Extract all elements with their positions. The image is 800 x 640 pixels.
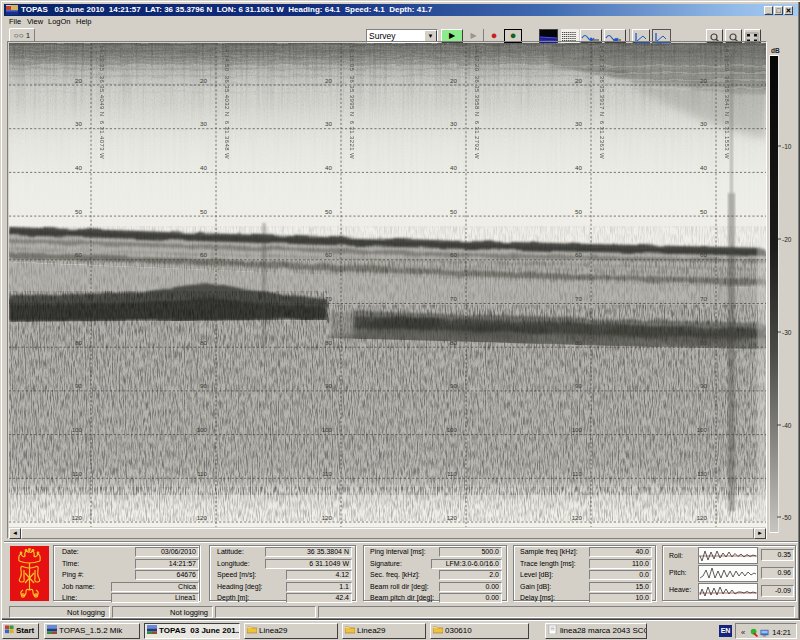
svg-text:60: 60 <box>200 251 207 258</box>
svg-text:110: 110 <box>322 470 332 477</box>
svg-text:20: 20 <box>75 77 82 84</box>
svg-text:14:13:35 36 35.4049 N 6 31.4: 14:13:35 36 35.4049 N 6 31.4073 W <box>99 45 105 159</box>
svg-text:90: 90 <box>575 382 582 389</box>
svg-text:20: 20 <box>700 77 707 84</box>
svg-text:40: 40 <box>575 164 582 171</box>
svg-text:90: 90 <box>200 382 207 389</box>
svg-text:120: 120 <box>72 514 83 521</box>
svg-text:110: 110 <box>572 470 582 477</box>
svg-text:50: 50 <box>75 208 82 215</box>
svg-text:100: 100 <box>72 426 83 433</box>
svg-text:110: 110 <box>72 470 82 477</box>
svg-text:60: 60 <box>575 251 582 258</box>
svg-text:40: 40 <box>325 164 332 171</box>
svg-text:14:14:50 36 35.4032 N 6 31.3: 14:14:50 36 35.4032 N 6 31.3648 W <box>224 45 230 159</box>
svg-text:30: 30 <box>75 120 82 127</box>
svg-text:100: 100 <box>447 426 458 433</box>
svg-text:-40: -40 <box>782 422 792 429</box>
svg-text:14:19:50 36 35.3841 N 6 31.1: 14:19:50 36 35.3841 N 6 31.1553 W <box>724 45 730 159</box>
svg-text:90: 90 <box>75 382 82 389</box>
svg-text:-10: -10 <box>782 143 792 150</box>
svg-text:30: 30 <box>575 120 582 127</box>
svg-text:50: 50 <box>200 208 207 215</box>
svg-text:70: 70 <box>75 295 82 302</box>
svg-text:70: 70 <box>325 295 332 302</box>
svg-text:100: 100 <box>322 426 333 433</box>
svg-text:100: 100 <box>197 426 208 433</box>
svg-text:80: 80 <box>75 339 82 346</box>
svg-text:30: 30 <box>700 120 707 127</box>
svg-text:80: 80 <box>200 339 207 346</box>
svg-text:40: 40 <box>200 164 207 171</box>
svg-text:50: 50 <box>325 208 332 215</box>
svg-text:100: 100 <box>697 426 708 433</box>
svg-text:90: 90 <box>325 382 332 389</box>
svg-text:80: 80 <box>325 339 332 346</box>
svg-text:80: 80 <box>700 339 707 346</box>
svg-text:60: 60 <box>325 251 332 258</box>
svg-text:30: 30 <box>450 120 457 127</box>
svg-text:14:17:20 36 35.3958 N 6 31.2: 14:17:20 36 35.3958 N 6 31.2792 W <box>474 45 480 159</box>
svg-text:40: 40 <box>700 164 707 171</box>
svg-text:120: 120 <box>572 514 583 521</box>
svg-text:20: 20 <box>200 77 207 84</box>
svg-text:60: 60 <box>700 251 707 258</box>
svg-text:120: 120 <box>447 514 458 521</box>
svg-text:120: 120 <box>697 514 708 521</box>
svg-text:40: 40 <box>450 164 457 171</box>
svg-text:50: 50 <box>575 208 582 215</box>
svg-text:60: 60 <box>75 251 82 258</box>
svg-text:50: 50 <box>450 208 457 215</box>
svg-text:30: 30 <box>200 120 207 127</box>
svg-text:20: 20 <box>450 77 457 84</box>
svg-text:90: 90 <box>450 382 457 389</box>
svg-text:-50: -50 <box>782 514 792 521</box>
svg-text:70: 70 <box>700 295 707 302</box>
svg-text:110: 110 <box>197 470 207 477</box>
svg-text:-30: -30 <box>782 329 792 336</box>
svg-text:60: 60 <box>450 251 457 258</box>
svg-text:70: 70 <box>575 295 582 302</box>
svg-text:90: 90 <box>700 382 707 389</box>
svg-text:120: 120 <box>322 514 333 521</box>
svg-text:14:16:05 36 35.3995 N 6 31.3: 14:16:05 36 35.3995 N 6 31.3221 W <box>349 45 355 159</box>
svg-text:dB: dB <box>771 47 780 54</box>
svg-text:80: 80 <box>450 339 457 346</box>
svg-text:120: 120 <box>197 514 208 521</box>
svg-text:110: 110 <box>447 470 457 477</box>
svg-text:70: 70 <box>200 295 207 302</box>
svg-text:100: 100 <box>572 426 583 433</box>
svg-text:20: 20 <box>575 77 582 84</box>
svg-text:50: 50 <box>700 208 707 215</box>
svg-text:80: 80 <box>575 339 582 346</box>
svg-text:30: 30 <box>325 120 332 127</box>
svg-text:14:18:35 36 35.3917 N 6 31.2: 14:18:35 36 35.3917 N 6 31.2363 W <box>599 45 605 159</box>
svg-text:70: 70 <box>450 295 457 302</box>
svg-text:20: 20 <box>325 77 332 84</box>
svg-text:-20: -20 <box>782 236 792 243</box>
svg-text:40: 40 <box>75 164 82 171</box>
svg-text:110: 110 <box>697 470 707 477</box>
